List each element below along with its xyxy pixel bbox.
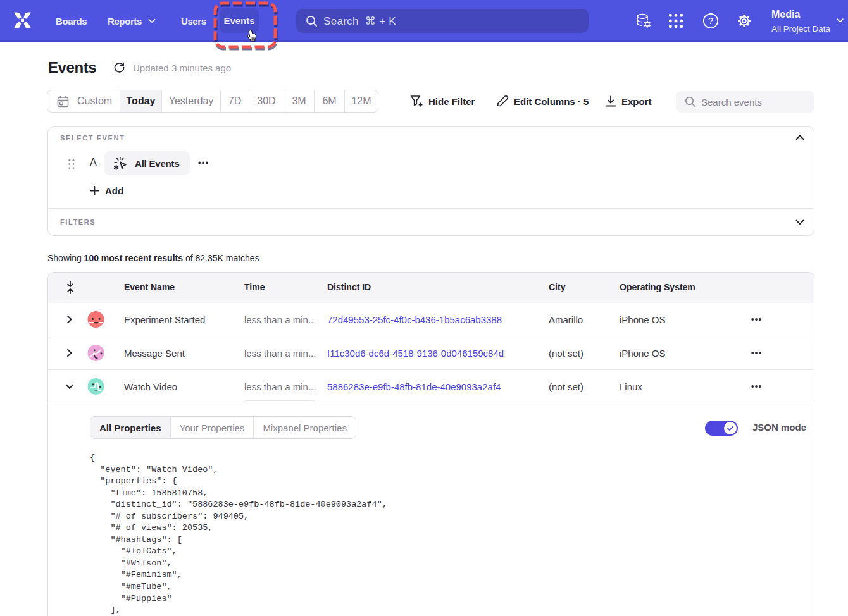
svg-text:?: ? bbox=[708, 16, 713, 26]
